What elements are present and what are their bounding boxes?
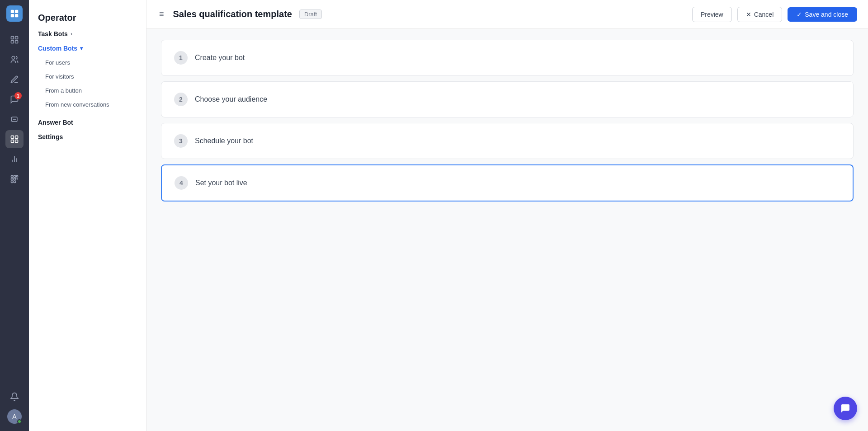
app-title-text: Operator <box>38 13 76 23</box>
main-content: ≡ Sales qualification template Draft Pre… <box>146 0 868 431</box>
cancel-icon: ✕ <box>746 11 751 18</box>
top-bar: ≡ Sales qualification template Draft Pre… <box>146 0 868 29</box>
svg-rect-21 <box>11 178 13 180</box>
custom-bots-chevron: ▾ <box>80 45 83 52</box>
reports-icon[interactable] <box>5 150 24 168</box>
apps-icon[interactable] <box>5 170 24 188</box>
sidebar-item-answer-bot[interactable]: Answer Bot <box>29 115 146 130</box>
svg-rect-11 <box>11 136 14 139</box>
app-logo[interactable] <box>6 5 23 22</box>
svg-rect-20 <box>16 176 18 177</box>
step-card-4[interactable]: 4 Set your bot live <box>161 164 854 201</box>
sidebar-item-from-button[interactable]: From a button <box>29 84 146 98</box>
top-bar-actions: Preview ✕ Cancel ✓ Save and close <box>692 7 857 22</box>
sidebar-item-task-bots[interactable]: Task Bots › <box>29 27 146 41</box>
svg-rect-0 <box>11 10 14 13</box>
save-label: Save and close <box>805 11 848 18</box>
step-card-3[interactable]: 3 Schedule your bot <box>161 123 854 159</box>
page-title: Sales qualification template <box>173 9 292 19</box>
sidebar-item-for-visitors[interactable]: For visitors <box>29 70 146 84</box>
people-icon[interactable] <box>5 51 24 69</box>
svg-rect-23 <box>11 181 13 183</box>
step-number-3: 3 <box>174 134 188 148</box>
svg-rect-6 <box>11 41 14 43</box>
preview-button[interactable]: Preview <box>692 7 732 22</box>
save-close-button[interactable]: ✓ Save and close <box>788 7 857 22</box>
svg-rect-12 <box>15 136 18 139</box>
svg-rect-22 <box>14 178 15 180</box>
step-number-4: 4 <box>175 176 188 190</box>
step-label-2: Choose your audience <box>195 95 267 103</box>
step-label-3: Schedule your bot <box>195 137 253 145</box>
settings-label: Settings <box>38 133 63 141</box>
cancel-button[interactable]: ✕ Cancel <box>737 7 783 22</box>
step-label-1: Create your bot <box>195 54 245 62</box>
svg-rect-24 <box>14 181 15 183</box>
notifications-icon[interactable] <box>5 388 24 406</box>
online-status <box>17 419 22 424</box>
svg-point-8 <box>12 56 15 60</box>
nav-sidebar: Operator Task Bots › Custom Bots ▾ For u… <box>29 0 146 431</box>
for-visitors-label: For visitors <box>45 73 74 80</box>
menu-icon[interactable]: ≡ <box>157 8 166 21</box>
step-label-4: Set your bot live <box>195 179 247 187</box>
sidebar-item-from-new-conversations[interactable]: From new conversations <box>29 98 146 112</box>
from-button-label: From a button <box>45 87 82 94</box>
step-card-1[interactable]: 1 Create your bot <box>161 40 854 76</box>
custom-bots-label: Custom Bots <box>38 45 77 52</box>
svg-rect-14 <box>15 140 18 143</box>
chat-bubble-icon <box>840 403 851 414</box>
svg-rect-7 <box>15 41 18 43</box>
svg-rect-3 <box>15 14 18 17</box>
for-users-label: For users <box>45 59 70 66</box>
svg-rect-2 <box>11 14 14 17</box>
step-number-1: 1 <box>174 51 188 65</box>
cancel-label: Cancel <box>754 11 774 18</box>
sidebar-item-for-users[interactable]: For users <box>29 56 146 70</box>
step-number-2: 2 <box>174 93 188 106</box>
chat-icon[interactable]: 1 <box>5 90 24 108</box>
chat-bubble-button[interactable] <box>834 397 857 420</box>
logo-icon <box>9 9 19 19</box>
notification-badge: 1 <box>14 92 22 99</box>
save-icon: ✓ <box>797 11 802 18</box>
compose-icon[interactable] <box>5 70 24 89</box>
task-bots-chevron: › <box>71 31 72 37</box>
avatar-icon[interactable]: A <box>5 408 24 426</box>
steps-area: 1 Create your bot 2 Choose your audience… <box>146 29 868 431</box>
svg-rect-18 <box>11 176 13 178</box>
sidebar-item-custom-bots[interactable]: Custom Bots ▾ <box>29 41 146 56</box>
svg-rect-13 <box>11 140 14 143</box>
svg-rect-19 <box>14 176 15 178</box>
inbox-icon[interactable] <box>5 110 24 128</box>
draft-badge: Draft <box>299 9 322 19</box>
app-title: Operator <box>29 9 146 27</box>
icon-sidebar: 1 <box>0 0 29 431</box>
from-new-conversations-label: From new conversations <box>45 101 109 108</box>
task-bots-label: Task Bots <box>38 30 68 37</box>
step-card-2[interactable]: 2 Choose your audience <box>161 81 854 117</box>
svg-rect-1 <box>15 10 18 13</box>
contacts-icon[interactable] <box>5 31 24 49</box>
operator-icon[interactable] <box>5 130 24 148</box>
svg-rect-4 <box>11 37 14 39</box>
answer-bot-label: Answer Bot <box>38 119 73 126</box>
svg-rect-5 <box>15 37 18 39</box>
sidebar-item-settings[interactable]: Settings <box>29 130 146 144</box>
